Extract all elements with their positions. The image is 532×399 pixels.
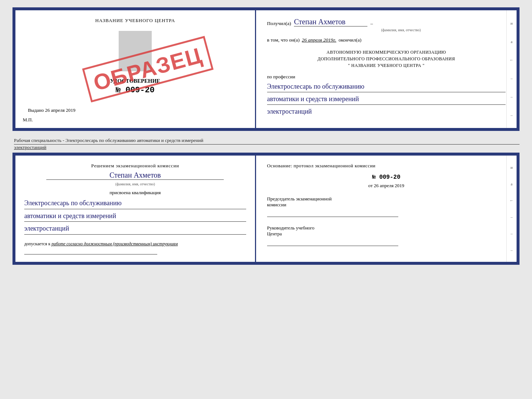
resheniem-label: Решением экзаменационной комиссии (24, 163, 246, 169)
ot-date-value: 26 апреля 2019 (374, 183, 405, 188)
separator-line1: Рабочая специальность - Электрослесарь п… (14, 138, 520, 145)
profession-line1: Электрослесарь по обслуживанию (267, 81, 506, 92)
po-professii-label: по профессии Электрослесарь по обслужива… (267, 74, 506, 117)
dash-after-name: – (370, 21, 373, 26)
qual-line3: электростанций (24, 223, 246, 235)
fio-hint-top: (фамилия, имя, отчество) (296, 28, 506, 32)
predsedatel-line1: Председатель экзаменационной (267, 196, 506, 202)
separator-line2: электростанций (14, 145, 520, 150)
protocol-number: № 009-20 (267, 174, 506, 181)
right-side-deco-bottom: и а ← – – – (506, 156, 517, 262)
ot-date-line: от 26 апреля 2019 (267, 183, 506, 189)
predsedatel-block: Председатель экзаменационной комиссии (267, 196, 506, 217)
recipient-name-bottom: Степан Ахметов (46, 171, 224, 180)
top-certificate: НАЗВАНИЕ УЧЕБНОГО ЦЕНТРА УДОСТОВЕРЕНИЕ №… (12, 7, 520, 131)
recipient-name: Степан Ахметов (294, 18, 367, 26)
prisvoena-label: присвоена квалификация (24, 190, 246, 196)
org-block: АВТОНОМНУЮ НЕКОММЕРЧЕСКУЮ ОРГАНИЗАЦИЮ ДО… (267, 49, 506, 69)
rukovoditel-sign-line (267, 246, 398, 246)
org-line2: ДОПОЛНИТЕЛЬНОГО ПРОФЕССИОНАЛЬНОГО ОБРАЗО… (267, 56, 506, 62)
profession-line2: автоматики и средств измерений (267, 94, 506, 105)
rukovoditel-line1: Руководитель учебного (267, 225, 506, 231)
poluchil-label: Получил(а) (267, 21, 291, 26)
org-line1: АВТОНОМНУЮ НЕКОММЕРЧЕСКУЮ ОРГАНИЗАЦИЮ (267, 49, 506, 56)
vtom-date: 26 апреля 2019г. (302, 37, 337, 43)
osnovanie-label: Основание: протокол экзаменационной коми… (267, 163, 506, 169)
qual-line2: автоматики и средств измерений (24, 211, 246, 222)
bottom-cert-left: Решением экзаменационной комиссии Степан… (15, 156, 256, 262)
vydano-line: Выдано 26 апреля 2019 (24, 107, 246, 113)
mp-label: М.П. (23, 117, 33, 123)
cert-title: НАЗВАНИЕ УЧЕБНОГО ЦЕНТРА (95, 18, 175, 24)
udostoverenie-label: УДОСТОВЕРЕНИЕ (110, 78, 161, 84)
poluchil-line: Получил(а) Степан Ахметов – (267, 18, 506, 26)
rukovoditel-line2: Центра (267, 231, 506, 237)
cert-number: № 009-20 (116, 86, 155, 95)
photo-placeholder (119, 31, 152, 71)
top-cert-left: НАЗВАНИЕ УЧЕБНОГО ЦЕНТРА УДОСТОВЕРЕНИЕ №… (15, 10, 256, 128)
vydano-text: Выдано (28, 107, 44, 113)
dopusk-text: работе согласно должностным (производств… (51, 241, 178, 246)
predsedatel-line2: комиссии (267, 202, 506, 208)
profession-line3: электростанций (267, 106, 506, 117)
okonchil-text: окончил(а) (338, 37, 361, 43)
vtom-line: в том, что он(а) 26 апреля 2019г. окончи… (267, 37, 506, 43)
vtom-text: в том, что он(а) (267, 37, 300, 43)
right-side-deco: и а ← – – – (506, 10, 517, 128)
separator-text: Рабочая специальность - Электрослесарь п… (12, 138, 520, 150)
dopuskaetsya-block: допускается к работе согласно должностны… (24, 241, 246, 247)
vydano-date: 26 апреля 2019 (45, 107, 76, 113)
qual-line1: Электрослесарь по обслуживанию (24, 198, 246, 209)
bottom-cert-right: Основание: протокол экзаменационной коми… (256, 156, 517, 262)
top-cert-right: Получил(а) Степан Ахметов – (фамилия, им… (256, 10, 517, 128)
bottom-certificate: Решением экзаменационной комиссии Степан… (12, 153, 520, 265)
rukovoditel-block: Руководитель учебного Центра (267, 225, 506, 246)
fio-hint-bottom: (фамилия, имя, отчество) (24, 182, 246, 186)
predsedatel-sign-line (267, 217, 398, 217)
org-line3: " НАЗВАНИЕ УЧЕБНОГО ЦЕНТРА " (267, 62, 506, 69)
bottom-sign-line (24, 254, 157, 254)
